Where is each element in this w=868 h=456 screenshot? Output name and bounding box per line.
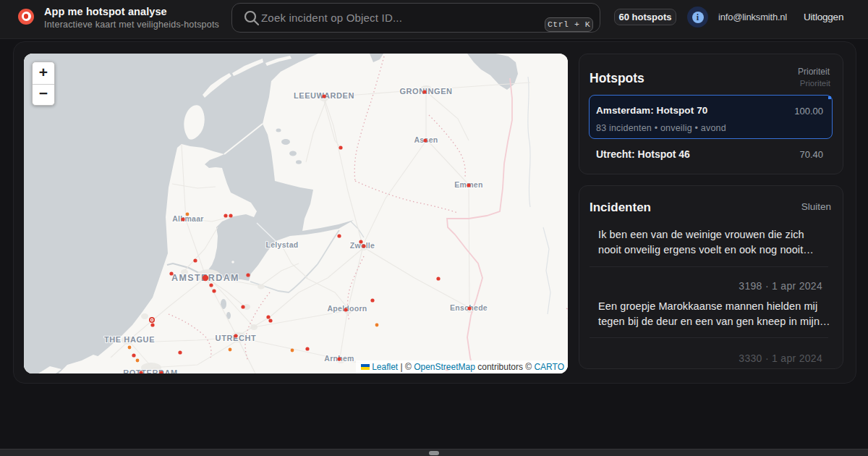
svg-text:ROTTERDAM: ROTTERDAM: [123, 368, 178, 373]
svg-text:Lelystad: Lelystad: [266, 240, 299, 249]
svg-text:Apeldoorn: Apeldoorn: [327, 304, 367, 313]
svg-text:THE HAGUE: THE HAGUE: [104, 335, 155, 344]
